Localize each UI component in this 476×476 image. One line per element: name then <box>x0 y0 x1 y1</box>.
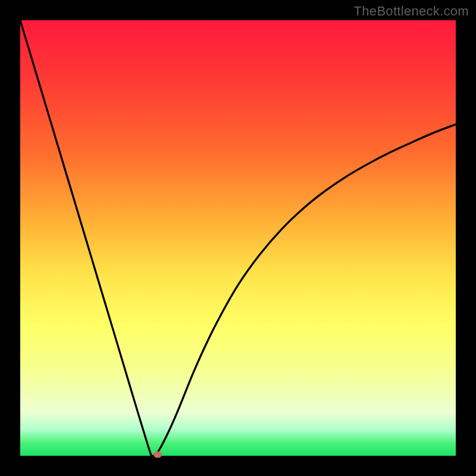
plot-area <box>20 20 456 456</box>
chart-frame: TheBottleneck.com <box>0 0 476 476</box>
bottleneck-curve <box>20 20 456 456</box>
minimum-marker <box>154 451 162 458</box>
watermark-text: TheBottleneck.com <box>354 4 469 19</box>
